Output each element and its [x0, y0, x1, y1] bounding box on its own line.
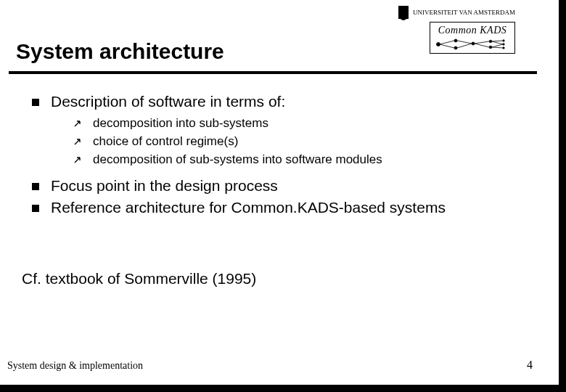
svg-line-16	[492, 41, 503, 44]
sub-bullet-item: choice of control regime(s)	[74, 134, 537, 149]
sub-bullet-group: decomposition into sub-systems choice of…	[74, 116, 537, 167]
title-underline	[9, 71, 537, 74]
svg-line-15	[492, 41, 503, 41]
square-bullet-icon	[32, 205, 39, 212]
sub-bullet-item: decomposition of sub-systems into softwa…	[74, 152, 537, 167]
svg-point-8	[503, 47, 504, 49]
svg-point-5	[489, 46, 492, 49]
sub-bullet-item: decomposition into sub-systems	[74, 116, 537, 131]
square-bullet-icon	[32, 183, 39, 190]
arrow-icon	[74, 118, 83, 127]
svg-line-18	[492, 47, 503, 48]
square-bullet-icon	[32, 99, 39, 106]
content-area: Description of software in terms of: dec…	[32, 93, 537, 221]
slide: UNIVERSITEIT VAN AMSTERDAM Common KADS	[0, 0, 559, 385]
header-logos: UNIVERSITEIT VAN AMSTERDAM Common KADS	[398, 6, 515, 54]
commonkads-logo: Common KADS	[430, 22, 515, 54]
sub-bullet-text: decomposition of sub-systems into softwa…	[93, 152, 382, 167]
network-icon	[434, 38, 511, 51]
svg-line-17	[492, 44, 503, 47]
bullet-text: Focus point in the design process	[51, 177, 278, 195]
footer-title: System design & implementation	[7, 360, 143, 372]
bullet-text: Reference architecture for Common.KADS-b…	[51, 199, 446, 216]
svg-line-10	[440, 44, 454, 48]
svg-point-0	[437, 43, 440, 46]
reference-note: Cf. textbook of Sommerville (1995)	[22, 270, 256, 287]
sub-bullet-text: choice of control regime(s)	[93, 134, 238, 149]
page-number: 4	[527, 359, 533, 372]
slide-title: System architecture	[16, 39, 224, 64]
svg-point-3	[472, 42, 475, 45]
crest-icon	[398, 6, 409, 19]
svg-point-2	[454, 46, 457, 49]
bullet-text: Description of software in terms of:	[51, 93, 285, 110]
svg-point-1	[454, 39, 457, 42]
arrow-icon	[74, 136, 83, 145]
bullet-item: Focus point in the design process	[32, 177, 537, 195]
svg-line-13	[475, 41, 489, 44]
arrow-icon	[74, 155, 83, 163]
svg-line-14	[475, 44, 489, 47]
svg-line-11	[457, 41, 472, 44]
university-name: UNIVERSITEIT VAN AMSTERDAM	[413, 9, 515, 16]
svg-point-6	[503, 40, 504, 41]
bullet-item: Reference architecture for Common.KADS-b…	[32, 199, 537, 216]
svg-point-4	[489, 40, 492, 43]
sub-bullet-text: decomposition into sub-systems	[93, 116, 268, 131]
bullet-item: Description of software in terms of:	[32, 93, 537, 110]
svg-point-7	[503, 44, 504, 45]
commonkads-title: Common KADS	[438, 25, 507, 36]
svg-line-12	[457, 44, 472, 48]
svg-line-9	[440, 41, 454, 44]
university-logo: UNIVERSITEIT VAN AMSTERDAM	[398, 6, 515, 19]
